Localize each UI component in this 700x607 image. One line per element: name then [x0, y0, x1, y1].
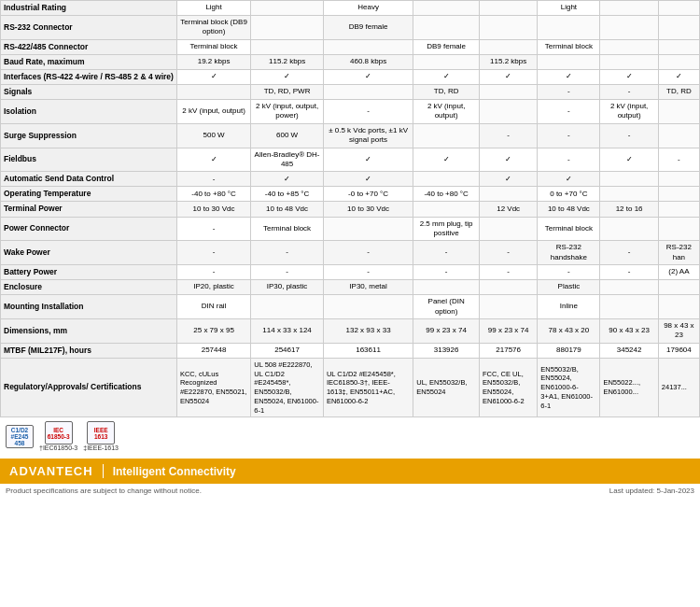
table-cell: UL 508 #E222870, UL C1/D2 #E245458*, EN5… [251, 358, 324, 417]
row-header: Enclosure [1, 280, 177, 295]
table-cell [600, 187, 658, 202]
cert-icon-c1d2: C1/D2#E245458 [6, 425, 34, 448]
table-cell: ✓ [413, 69, 480, 84]
table-cell: Inline [538, 295, 600, 319]
table-cell: Heavy [323, 1, 413, 16]
table-cell [658, 172, 699, 187]
table-cell: 313926 [413, 343, 480, 358]
table-cell: 460.8 kbps [323, 54, 413, 69]
table-cell: - [658, 148, 699, 172]
table-cell: 254617 [251, 343, 324, 358]
footer-bottom: Product specifications are subject to ch… [0, 484, 700, 498]
table-cell [479, 1, 537, 16]
table-cell: ✓ [479, 148, 537, 172]
row-header: Regulatory/Approvals/ Certifications [1, 358, 177, 417]
table-cell: - [538, 123, 600, 148]
table-cell: 600 W [251, 123, 324, 148]
table-cell: 24137... [658, 358, 699, 417]
table-cell: Allen-Bradley® DH-485 [251, 148, 324, 172]
table-cell: 500 W [176, 123, 250, 148]
row-header: Automatic Send Data Control [1, 172, 177, 187]
table-cell: TD, RD [413, 84, 480, 99]
table-cell: ✓ [600, 148, 658, 172]
table-cell: TD, RD, PWR [251, 84, 324, 99]
table-cell: - [538, 265, 600, 280]
table-cell [479, 280, 537, 295]
row-header: Operating Temperature [1, 187, 177, 202]
table-cell [600, 54, 658, 69]
table-cell [479, 100, 537, 124]
table-cell [251, 295, 324, 319]
company-logo: ADVANTECH [9, 464, 104, 478]
table-cell [658, 187, 699, 202]
table-row: Regulatory/Approvals/ CertificationsKCC,… [1, 358, 700, 417]
table-cell: 217576 [479, 343, 537, 358]
table-row: Interfaces (RS-422 4-wire / RS-485 2 & 4… [1, 69, 700, 84]
table-row: RS-232 ConnectorTerminal block (DB9 opti… [1, 16, 700, 40]
table-row: SignalsTD, RD, PWRTD, RD--TD, RD [1, 84, 700, 99]
table-cell: ✓ [479, 172, 537, 187]
main-container: Industrial RatingLightHeavyLightRS-232 C… [0, 0, 700, 498]
table-cell: - [251, 265, 324, 280]
table-row: Operating Temperature-40 to +80 °C-40 to… [1, 187, 700, 202]
table-cell: - [600, 123, 658, 148]
table-cell: EN55022..., EN61000... [600, 358, 658, 417]
table-cell [600, 1, 658, 16]
table-cell: UL C1/D2 #E245458*, IEC61850-3†, IEEE-16… [323, 358, 413, 417]
table-cell [413, 16, 480, 40]
cert-icon-ieee: IEEE1613 ‡IEEE-1613 [83, 421, 119, 451]
table-cell: ✓ [176, 69, 250, 84]
table-cell: ✓ [323, 69, 413, 84]
table-cell: DIN rail [176, 295, 250, 319]
table-cell: Terminal block [176, 39, 250, 54]
table-cell [538, 16, 600, 40]
table-cell: DB9 female [413, 39, 480, 54]
table-cell: - [538, 84, 600, 99]
table-cell: 99 x 23 x 74 [413, 318, 480, 343]
table-cell: 345242 [600, 343, 658, 358]
table-cell [600, 280, 658, 295]
table-cell [658, 39, 699, 54]
table-cell [413, 280, 480, 295]
table-cell [538, 54, 600, 69]
table-cell: - [176, 172, 250, 187]
table-cell [658, 280, 699, 295]
table-cell: ✓ [176, 148, 250, 172]
table-cell: 2 kV (input, output, power) [251, 100, 324, 124]
table-cell [658, 202, 699, 217]
table-cell: KCC, cULus Recognized #E222870, EN55021,… [176, 358, 250, 417]
table-cell [658, 217, 699, 241]
table-row: Baud Rate, maximum19.2 kbps115.2 kbps460… [1, 54, 700, 69]
row-header: Isolation [1, 100, 177, 124]
table-cell [413, 54, 480, 69]
row-header: Surge Suppression [1, 123, 177, 148]
table-cell: 115.2 kbps [251, 54, 324, 69]
row-header: Battery Power [1, 265, 177, 280]
table-cell: 78 x 43 x 20 [538, 318, 600, 343]
row-header: Dimensions, mm [1, 318, 177, 343]
table-cell: 2 kV (input, output) [600, 100, 658, 124]
table-cell [323, 39, 413, 54]
table-cell: 10 to 48 Vdc [251, 202, 324, 217]
table-cell [600, 295, 658, 319]
table-cell: Terminal block [251, 217, 324, 241]
table-cell: - [176, 217, 250, 241]
table-cell: ± 0.5 k Vdc ports, ±1 kV signal ports [323, 123, 413, 148]
last-updated: Last updated: 5-Jan-2023 [609, 487, 694, 495]
table-cell: IP30, plastic [251, 280, 324, 295]
table-cell [600, 39, 658, 54]
table-cell: 10 to 30 Vdc [323, 202, 413, 217]
table-row: Isolation2 kV (input, output)2 kV (input… [1, 100, 700, 124]
certification-icons: C1/D2#E245458 IEC61850-3 †IEC61850-3 IEE… [0, 417, 700, 455]
row-header: Interfaces (RS-422 4-wire / RS-485 2 & 4… [1, 69, 177, 84]
table-cell [658, 54, 699, 69]
table-cell: (2) AA [658, 265, 699, 280]
table-cell: 25 x 79 x 95 [176, 318, 250, 343]
table-cell [658, 16, 699, 40]
table-cell [479, 187, 537, 202]
table-cell: DB9 female [323, 16, 413, 40]
table-cell: - [176, 241, 250, 265]
table-cell [176, 84, 250, 99]
table-cell: ✓ [538, 172, 600, 187]
table-cell: EN55032/B, EN55024, EN61000-6-3+A1, EN61… [538, 358, 600, 417]
